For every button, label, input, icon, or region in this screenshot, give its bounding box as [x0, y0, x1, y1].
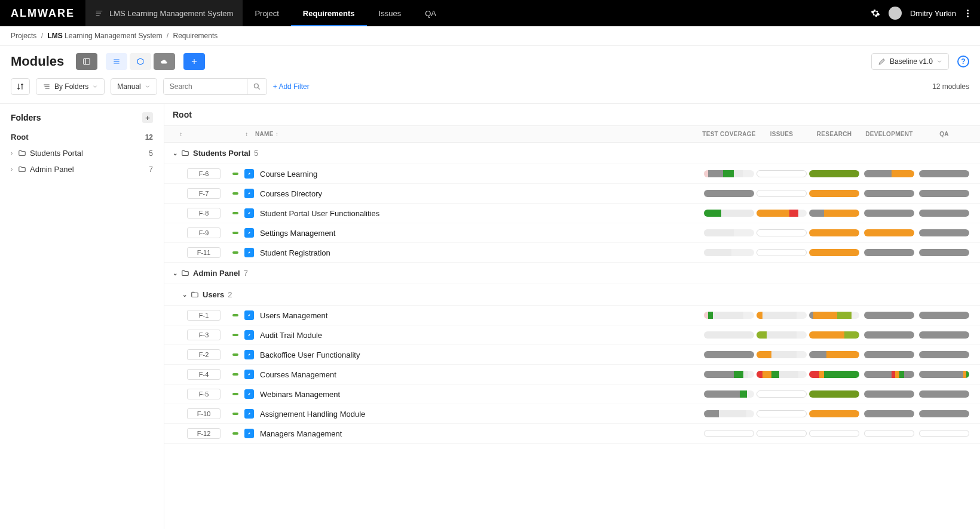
cell-test-coverage	[702, 249, 757, 256]
nav-project[interactable]: Project	[243, 0, 290, 26]
add-button[interactable]	[183, 53, 205, 70]
cell-issues	[757, 210, 807, 217]
add-folder-button[interactable]: +	[142, 112, 153, 123]
project-selector[interactable]: LMS Learning Management System	[85, 0, 243, 26]
avatar[interactable]	[889, 7, 902, 20]
chevron-down-icon: ⌄	[182, 291, 187, 298]
priority-icon	[232, 353, 238, 356]
cell-qa	[917, 371, 972, 378]
row-id: F-9	[187, 227, 220, 238]
chevron-down-icon	[92, 84, 98, 90]
cell-research	[807, 312, 862, 319]
gear-icon[interactable]	[871, 8, 880, 18]
row-name: Webinars Management	[260, 390, 702, 399]
table-row[interactable]: F-12 Managers Management	[164, 424, 980, 444]
sort-button[interactable]	[11, 78, 30, 95]
cell-development	[862, 390, 917, 398]
section-header[interactable]: ⌄Students Portal5	[164, 143, 980, 164]
tree-item[interactable]: › Students Portal5	[0, 145, 164, 161]
row-name: Student Portal User Functionalities	[260, 209, 702, 218]
page-title: Modules	[11, 54, 64, 69]
table-row[interactable]: F-4 Courses Management	[164, 365, 980, 385]
sort-col-1[interactable]: ↕	[173, 131, 189, 137]
baseline-dropdown[interactable]: Baseline v1.0	[871, 53, 949, 70]
search-input[interactable]	[164, 79, 247, 94]
search-button[interactable]	[247, 79, 267, 94]
table-row[interactable]: F-6 Course Learning	[164, 164, 980, 184]
table-row[interactable]: F-9 Settings Management	[164, 223, 980, 243]
table-row[interactable]: F-10 Assignement Handling Module	[164, 404, 980, 424]
table-row[interactable]: F-5 Webinars Management	[164, 385, 980, 404]
type-icon	[244, 389, 254, 399]
cell-qa	[917, 170, 972, 177]
sort-icon	[16, 82, 24, 91]
modules-table: Root ↕ ↕ NAME ↕ TEST COVERAGE ISSUES RES…	[164, 104, 980, 529]
table-row[interactable]: F-1 Users Management	[164, 306, 980, 325]
table-row[interactable]: F-3 Audit Trail Module	[164, 325, 980, 345]
nav-requirements[interactable]: Requirements	[291, 0, 367, 26]
table-row[interactable]: F-11 Student Registration	[164, 243, 980, 263]
modules-count: 12 modules	[932, 82, 969, 91]
nav-qa[interactable]: QA	[413, 0, 448, 26]
top-nav: ALMWARE LMS Learning Management System P…	[0, 0, 980, 26]
table-header: ↕ ↕ NAME ↕ TEST COVERAGE ISSUES RESEARCH…	[164, 125, 980, 143]
cell-issues	[757, 390, 807, 398]
cell-issues	[757, 410, 807, 417]
cell-development	[862, 190, 917, 197]
cell-research	[807, 351, 862, 358]
crumb-proj-prefix[interactable]: LMS	[47, 32, 62, 40]
section-header[interactable]: ⌄Users2	[164, 284, 980, 306]
type-icon	[244, 310, 254, 320]
cell-development	[862, 210, 917, 217]
cell-test-coverage	[702, 170, 757, 177]
folder-icon	[18, 165, 26, 174]
search-icon	[253, 82, 261, 91]
table-row[interactable]: F-8 Student Portal User Functionalities	[164, 204, 980, 223]
search-field[interactable]	[163, 78, 267, 95]
type-icon	[244, 370, 254, 379]
manual-dropdown[interactable]: Manual	[111, 78, 157, 95]
cell-qa	[917, 430, 972, 437]
cell-issues	[757, 351, 807, 358]
help-button[interactable]: ?	[957, 56, 969, 67]
cell-development	[862, 331, 917, 339]
tree-item[interactable]: › Admin Panel7	[0, 161, 164, 177]
folder-icon	[18, 149, 26, 158]
table-row[interactable]: F-7 Courses Directory	[164, 184, 980, 204]
menu-icon	[95, 9, 103, 17]
panel-toggle-button[interactable]	[76, 53, 97, 70]
row-id: F-8	[187, 208, 220, 219]
kebab-icon[interactable]	[964, 10, 970, 17]
priority-icon	[232, 413, 238, 415]
cell-development	[862, 430, 917, 437]
cell-development	[862, 371, 917, 378]
type-icon	[244, 248, 254, 257]
chevron-down-icon: ⌄	[173, 270, 177, 276]
row-id: F-12	[187, 428, 220, 439]
cell-qa	[917, 351, 972, 358]
sort-col-2[interactable]: ↕	[238, 131, 255, 137]
type-icon	[244, 409, 254, 419]
table-row[interactable]: F-2 Backoffice User Functionality	[164, 345, 980, 365]
cell-qa	[917, 249, 972, 256]
tree-root[interactable]: Root 12	[0, 129, 164, 145]
cell-development	[862, 410, 917, 417]
add-filter-link[interactable]: + Add Filter	[273, 82, 310, 91]
list-view-button[interactable]	[106, 53, 127, 70]
row-id: F-10	[187, 408, 220, 419]
crumb-projects[interactable]: Projects	[11, 32, 36, 40]
action-bar: Modules Baseline v1.0 ?	[0, 46, 980, 75]
pencil-icon	[878, 57, 886, 66]
cell-research	[807, 371, 862, 378]
box-view-button[interactable]	[130, 53, 151, 70]
logo: ALMWARE	[0, 7, 85, 20]
byfolders-dropdown[interactable]: By Folders	[36, 78, 105, 95]
section-header[interactable]: ⌄Admin Panel7	[164, 263, 980, 284]
cloud-button[interactable]	[154, 53, 175, 70]
nav-issues[interactable]: Issues	[367, 0, 414, 26]
priority-icon	[232, 173, 238, 175]
priority-icon	[232, 393, 238, 395]
cell-issues	[757, 430, 807, 437]
chevron-right-icon: ›	[11, 150, 18, 156]
priority-icon	[232, 432, 238, 435]
